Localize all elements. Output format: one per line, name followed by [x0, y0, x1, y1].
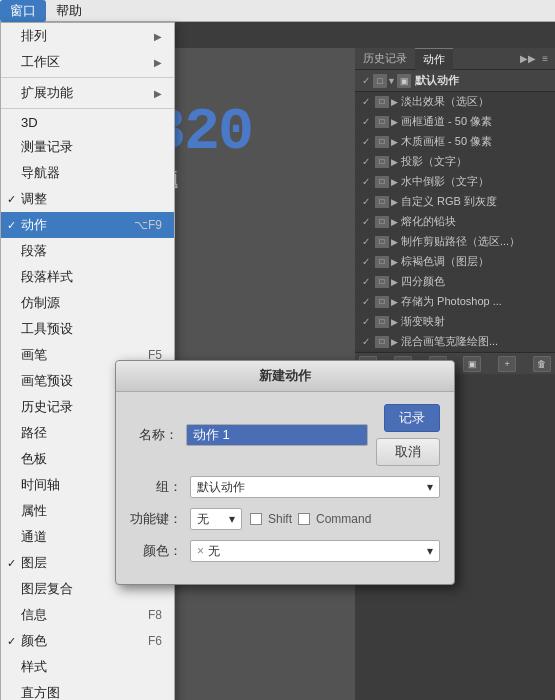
shortcut-color: F6: [148, 634, 162, 648]
name-label: 名称：: [130, 426, 178, 444]
action-item-icon: □: [375, 116, 389, 128]
panel-close-icon[interactable]: ≡: [539, 53, 551, 64]
menu-item-actions[interactable]: 动作 ⌥F9: [1, 212, 174, 238]
name-input[interactable]: [186, 424, 368, 446]
action-item-icon: □: [375, 336, 389, 348]
color-label: 颜色：: [130, 542, 182, 560]
list-item[interactable]: ✓ □ ▶ 投影（文字）: [355, 152, 555, 172]
menubar-window[interactable]: 窗口: [0, 0, 46, 22]
list-item[interactable]: ✓ □ ▶ 水中倒影（文字）: [355, 172, 555, 192]
action-item-icon: □: [375, 196, 389, 208]
action-color-icon: □: [373, 74, 387, 88]
submenu-arrow: ▶: [154, 57, 162, 68]
checkbox-group: Shift Command: [250, 512, 371, 526]
list-item[interactable]: ✓ □ ▶ 棕褐色调（图层）: [355, 252, 555, 272]
list-item[interactable]: ✓ □ ▶ 渐变映射: [355, 312, 555, 332]
list-item[interactable]: ✓ □ ▶ 存储为 Photoshop ...: [355, 292, 555, 312]
dialog-title: 新建动作: [116, 361, 454, 392]
hotkey-value: 无: [197, 511, 209, 528]
group-select-value: 默认动作: [197, 479, 245, 496]
menu-separator: [1, 108, 174, 109]
dialog-hotkey-row: 功能键： 无 ▾ Shift Command: [130, 508, 440, 530]
menu-separator: [1, 77, 174, 78]
submenu-arrow: ▶: [154, 31, 162, 42]
panel-tab-icons: ▶▶ ≡: [517, 53, 555, 64]
tab-history[interactable]: 历史记录: [355, 48, 415, 70]
actions-header: ✓ □ ▼ ▣ 默认动作: [355, 70, 555, 92]
action-item-icon: □: [375, 176, 389, 188]
action-item-icon: □: [375, 236, 389, 248]
actions-group-title: 默认动作: [415, 73, 459, 88]
list-item[interactable]: ✓ □ ▶ 自定义 RGB 到灰度: [355, 192, 555, 212]
cancel-button[interactable]: 取消: [376, 438, 440, 466]
menu-item-navigator[interactable]: 导航器: [1, 160, 174, 186]
actions-list: ✓ □ ▶ 淡出效果（选区） ✓ □ ▶ 画框通道 - 50 像素 ✓ □ ▶ …: [355, 92, 555, 352]
menu-item-histogram[interactable]: 直方图: [1, 680, 174, 700]
menu-item-adjustments[interactable]: 调整: [1, 186, 174, 212]
color-value: 无: [208, 543, 220, 560]
delete-button[interactable]: 🗑: [533, 356, 551, 372]
action-item-icon: □: [375, 96, 389, 108]
panel-tabs: 历史记录 动作 ▶▶ ≡: [355, 48, 555, 70]
action-item-icon: □: [375, 156, 389, 168]
menu-item-paragraph-style[interactable]: 段落样式: [1, 264, 174, 290]
list-item[interactable]: ✓ □ ▶ 淡出效果（选区）: [355, 92, 555, 112]
new-action-button[interactable]: +: [498, 356, 516, 372]
menu-item-clone-source[interactable]: 仿制源: [1, 290, 174, 316]
shift-label: Shift: [268, 512, 292, 526]
shortcut-info: F8: [148, 608, 162, 622]
list-item[interactable]: ✓ □ ▶ 制作剪贴路径（选区...）: [355, 232, 555, 252]
menu-item-color[interactable]: 颜色 F6: [1, 628, 174, 654]
group-select-arrow: ▾: [427, 480, 433, 494]
shortcut-actions: ⌥F9: [134, 218, 162, 232]
action-item-icon: □: [375, 256, 389, 268]
action-folder-icon: ▣: [397, 74, 411, 88]
action-item-icon: □: [375, 136, 389, 148]
list-item[interactable]: ✓ □ ▶ 混合画笔克隆绘图...: [355, 332, 555, 352]
hotkey-label: 功能键：: [130, 510, 182, 528]
command-checkbox[interactable]: [298, 513, 310, 525]
shift-checkbox[interactable]: [250, 513, 262, 525]
list-item[interactable]: ✓ □ ▶ 四分颜色: [355, 272, 555, 292]
menu-item-3d[interactable]: 3D: [1, 111, 174, 134]
list-item[interactable]: ✓ □ ▶ 木质画框 - 50 像素: [355, 132, 555, 152]
color-x: ×: [197, 544, 204, 558]
dialog-color-row: 颜色： × 无 ▾: [130, 540, 440, 562]
list-item[interactable]: ✓ □ ▶ 熔化的铅块: [355, 212, 555, 232]
hotkey-arrow: ▾: [229, 512, 235, 526]
panel-menu-icon[interactable]: ▶▶: [517, 53, 539, 64]
menu-item-extensions[interactable]: 扩展功能 ▶: [1, 80, 174, 106]
submenu-arrow: ▶: [154, 88, 162, 99]
action-item-icon: □: [375, 276, 389, 288]
list-item[interactable]: ✓ □ ▶ 画框通道 - 50 像素: [355, 112, 555, 132]
menubar: 窗口 帮助: [0, 0, 555, 22]
dialog-buttons: 记录 取消: [376, 404, 440, 466]
menu-item-tool-presets[interactable]: 工具预设: [1, 316, 174, 342]
menu-item-workspace[interactable]: 工作区 ▶: [1, 49, 174, 75]
dialog-group-row: 组： 默认动作 ▾: [130, 476, 440, 498]
dialog-name-row: 名称： 记录 取消: [130, 404, 440, 466]
menubar-help[interactable]: 帮助: [46, 0, 92, 22]
new-set-button[interactable]: ▣: [463, 356, 481, 372]
hotkey-select[interactable]: 无 ▾: [190, 508, 242, 530]
action-item-icon: □: [375, 216, 389, 228]
group-label: 组：: [130, 478, 182, 496]
new-action-dialog: 新建动作 名称： 记录 取消 组： 默认动作 ▾ 功能键：: [115, 360, 455, 585]
tab-actions[interactable]: 动作: [415, 48, 453, 70]
group-select[interactable]: 默认动作 ▾: [190, 476, 440, 498]
menu-item-measure[interactable]: 测量记录: [1, 134, 174, 160]
menu-item-info[interactable]: 信息 F8: [1, 602, 174, 628]
action-item-icon: □: [375, 296, 389, 308]
menu-item-styles[interactable]: 样式: [1, 654, 174, 680]
action-item-icon: □: [375, 316, 389, 328]
dialog-body: 名称： 记录 取消 组： 默认动作 ▾ 功能键： 无 ▾: [116, 392, 454, 584]
menu-item-paragraph[interactable]: 段落: [1, 238, 174, 264]
color-arrow: ▾: [427, 544, 433, 558]
command-label: Command: [316, 512, 371, 526]
record-button[interactable]: 记录: [384, 404, 440, 432]
menu-item-arrange[interactable]: 排列 ▶: [1, 23, 174, 49]
color-select[interactable]: × 无 ▾: [190, 540, 440, 562]
